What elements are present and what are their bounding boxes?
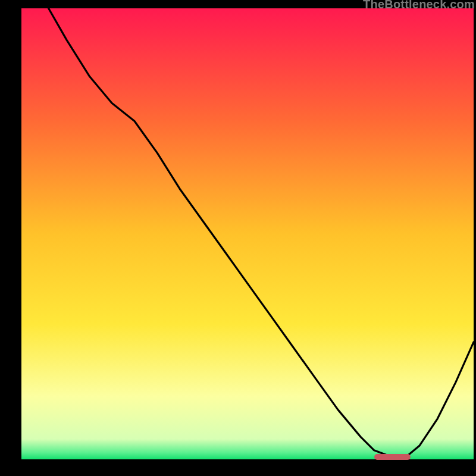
y-axis-strip: [0, 0, 21, 476]
optimum-marker: [374, 454, 411, 460]
bottleneck-chart: TheBottleneck.com: [0, 0, 476, 476]
plot-area: [21, 8, 474, 459]
plot-svg: [21, 8, 474, 459]
x-axis-strip: [0, 459, 476, 476]
